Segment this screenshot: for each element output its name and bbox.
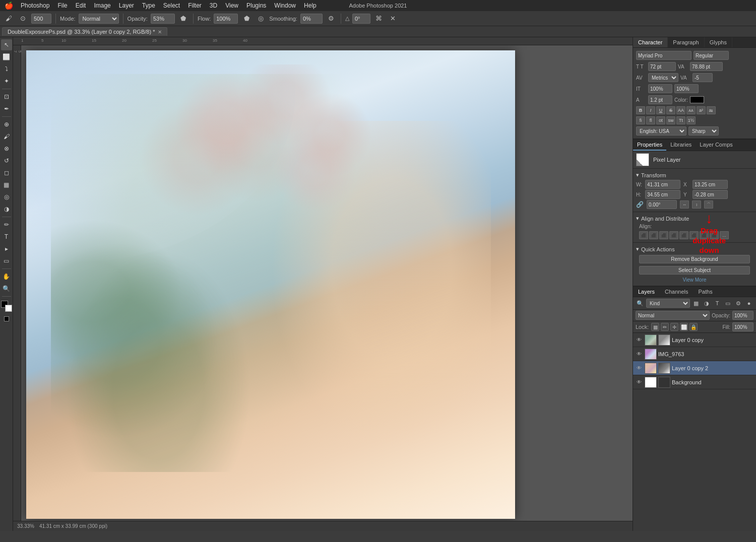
apple-menu[interactable]: 🍎 xyxy=(4,1,13,10)
flow-pressure-icon[interactable]: ⬟ xyxy=(241,13,252,24)
filter-smart-icon[interactable]: ⚙ xyxy=(734,299,743,308)
kerning-select[interactable]: Metrics xyxy=(648,73,678,82)
ligature-icon[interactable]: fi xyxy=(636,116,645,124)
alt-icon[interactable]: 1½ xyxy=(686,116,696,124)
layer-vis-background[interactable]: 👁 xyxy=(635,378,643,386)
layer-item-copy1[interactable]: 👁 Layer 0 copy xyxy=(633,333,756,347)
opacity-input[interactable] xyxy=(151,14,175,24)
scale-v-input[interactable] xyxy=(674,84,699,93)
layer-item-img9763[interactable]: 👁 IMG_9763 xyxy=(633,347,756,361)
strikethrough-icon[interactable]: S xyxy=(666,106,675,114)
menu-filter[interactable]: Filter xyxy=(184,1,205,10)
tab-channels[interactable]: Channels xyxy=(660,287,693,297)
path-select-tool[interactable]: ▸ xyxy=(1,243,12,254)
eraser-tool[interactable]: ◻ xyxy=(1,167,12,178)
history-brush-tool[interactable]: ↺ xyxy=(1,155,12,166)
fill-input[interactable] xyxy=(732,322,753,331)
layer-vis-img9763[interactable]: 👁 xyxy=(635,350,643,358)
layer-item-background[interactable]: 👁 Background xyxy=(633,375,756,389)
tab-layers[interactable]: Layers xyxy=(633,287,660,297)
view-more-link[interactable]: View More xyxy=(682,277,706,283)
menu-layer[interactable]: Layer xyxy=(115,1,138,10)
menu-plugins[interactable]: Plugins xyxy=(243,1,270,10)
layer-vis-copy1[interactable]: 👁 xyxy=(635,336,643,344)
background-color[interactable] xyxy=(5,305,12,312)
move-tool[interactable]: ↖ xyxy=(1,39,12,50)
anti-alias-select[interactable]: Sharp xyxy=(688,126,719,136)
tab-paragraph[interactable]: Paragraph xyxy=(668,37,704,47)
filter-pixel-icon[interactable]: ▦ xyxy=(691,299,701,308)
filter-type-icon[interactable]: T xyxy=(713,299,722,308)
filter-kind-select[interactable]: Kind xyxy=(646,299,690,308)
scale-h-input[interactable] xyxy=(648,84,672,93)
layer-item-copy2[interactable]: 👁 Layer 0 copy 2 xyxy=(633,361,756,375)
subscript-icon[interactable]: a₂ xyxy=(707,106,716,114)
crop-tool[interactable]: ⊡ xyxy=(1,91,12,102)
type-tool[interactable]: T xyxy=(1,231,12,242)
select-tool[interactable]: ⬜ xyxy=(1,51,12,62)
flip-h-icon[interactable]: ↔ xyxy=(680,200,689,209)
clone-stamp-tool[interactable]: ⊗ xyxy=(1,143,12,154)
menu-file[interactable]: File xyxy=(54,1,71,10)
font-size-input[interactable] xyxy=(648,62,676,71)
opacity-input[interactable] xyxy=(732,311,753,320)
italic-icon[interactable]: I xyxy=(646,106,655,114)
layer-vis-copy2[interactable]: 👁 xyxy=(635,364,643,372)
mode-select[interactable]: Normal xyxy=(79,14,119,24)
shape-tool[interactable]: ▭ xyxy=(1,255,12,266)
lock-paint-icon[interactable]: ✏ xyxy=(661,323,669,331)
menu-image[interactable]: Image xyxy=(90,1,114,10)
tab-layer-comps[interactable]: Layer Comps xyxy=(696,140,736,151)
dodge-tool[interactable]: ◑ xyxy=(1,204,12,215)
quick-select-tool[interactable]: ✦ xyxy=(1,76,12,87)
baseline-input[interactable] xyxy=(648,95,672,104)
smoothing-input[interactable] xyxy=(300,14,323,24)
airbrush-icon[interactable]: ◎ xyxy=(255,13,266,24)
flip-v-icon[interactable]: ↕ xyxy=(692,200,701,209)
tab-libraries[interactable]: Libraries xyxy=(666,140,696,151)
smoothing-settings-icon[interactable]: ⚙ xyxy=(326,13,337,24)
filter-shape-icon[interactable]: ▭ xyxy=(723,299,732,308)
align-center-h-icon[interactable]: ⬛ xyxy=(649,231,658,239)
lock-all-icon[interactable]: 🔒 xyxy=(689,323,698,331)
width-input[interactable] xyxy=(645,180,680,189)
align-right-icon[interactable]: ⬛ xyxy=(659,231,668,239)
allcaps-icon[interactable]: AA xyxy=(676,106,685,114)
spot-heal-tool[interactable]: ⊕ xyxy=(1,119,12,130)
menu-photoshop[interactable]: Photoshop xyxy=(17,1,53,10)
foreground-background-colors[interactable] xyxy=(1,301,12,312)
menu-select[interactable]: Select xyxy=(160,1,183,10)
smallcaps-icon[interactable]: AA xyxy=(686,106,696,114)
menu-type[interactable]: Type xyxy=(139,1,159,10)
tool-preset-icon[interactable]: 🖌 xyxy=(3,13,14,24)
menu-edit[interactable]: Edit xyxy=(72,1,90,10)
menu-3d[interactable]: 3D xyxy=(206,1,221,10)
x-input[interactable] xyxy=(692,180,728,189)
lock-artboard-icon[interactable]: ⬜ xyxy=(680,323,688,331)
height-input[interactable] xyxy=(645,190,680,199)
lock-position-icon[interactable]: ✛ xyxy=(670,323,678,331)
opacity-pressure-icon[interactable]: ⬟ xyxy=(178,13,189,24)
font-style-input[interactable] xyxy=(694,51,729,60)
tab-character[interactable]: Character xyxy=(633,37,668,47)
old-ligature-icon[interactable]: fl xyxy=(646,116,655,124)
lasso-tool[interactable]: ⤵ xyxy=(1,63,12,75)
menu-help[interactable]: Help xyxy=(300,1,320,10)
hand-tool[interactable]: ✋ xyxy=(1,271,12,282)
filter-adjust-icon[interactable]: ◑ xyxy=(702,299,711,308)
text-color-swatch[interactable] xyxy=(690,96,704,103)
symmetry-icon[interactable]: ⌘ xyxy=(373,13,385,24)
brush-tool[interactable]: 🖌 xyxy=(1,131,12,142)
align-center-v-icon[interactable]: ⬛ xyxy=(679,231,688,239)
brush-size-input[interactable] xyxy=(31,14,51,24)
tracking-val-input[interactable] xyxy=(692,73,713,82)
blur-tool[interactable]: ◎ xyxy=(1,191,12,202)
lock-transparent-icon[interactable]: ▦ xyxy=(651,323,659,331)
font-family-input[interactable] xyxy=(636,51,691,60)
remove-bg-btn[interactable]: Remove Background xyxy=(639,255,750,263)
tab-paths[interactable]: Paths xyxy=(694,287,718,297)
filter-active-icon[interactable]: ● xyxy=(744,299,753,308)
align-top-icon[interactable]: ⬛ xyxy=(669,231,678,239)
select-subject-btn[interactable]: Select Subject xyxy=(639,266,750,275)
menu-window[interactable]: Window xyxy=(271,1,299,10)
